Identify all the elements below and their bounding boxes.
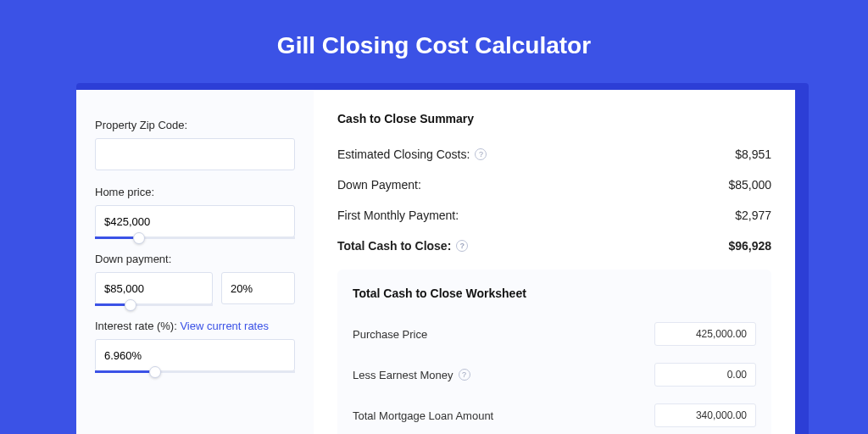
help-icon[interactable]: ?	[456, 240, 468, 252]
down-payment-amount-wrap	[95, 272, 213, 304]
calculator-card: Property Zip Code: Home price: Down paym…	[76, 90, 795, 434]
help-icon[interactable]: ?	[475, 148, 487, 160]
down-payment-slider-thumb[interactable]	[125, 299, 136, 311]
field-home-price: Home price:	[95, 186, 295, 237]
summary-value-total: $96,928	[728, 239, 771, 253]
worksheet-card: Total Cash to Close Worksheet Purchase P…	[337, 270, 771, 434]
home-price-slider-wrap	[95, 205, 295, 237]
summary-row-total: Total Cash to Close: ? $96,928	[337, 231, 771, 261]
interest-input[interactable]	[95, 339, 295, 371]
summary-label-down-payment: Down Payment:	[337, 178, 421, 192]
down-payment-amount-input[interactable]	[95, 272, 213, 304]
ws-input-earnest[interactable]	[654, 363, 756, 387]
ws-label-purchase-price: Purchase Price	[353, 328, 427, 341]
help-icon[interactable]: ?	[459, 369, 470, 381]
home-price-slider-thumb[interactable]	[133, 232, 145, 244]
interest-slider-fill	[95, 370, 155, 373]
home-price-label: Home price:	[95, 186, 295, 198]
field-down-payment: Down payment:	[95, 253, 295, 304]
interest-slider-wrap	[95, 339, 295, 371]
card-shadow: Property Zip Code: Home price: Down paym…	[76, 83, 809, 434]
field-zip: Property Zip Code:	[95, 119, 295, 170]
summary-label-total: Total Cash to Close:	[337, 239, 451, 253]
field-interest: Interest rate (%): View current rates	[95, 320, 295, 371]
input-panel: Property Zip Code: Home price: Down paym…	[76, 90, 314, 434]
ws-input-loan-amount[interactable]	[654, 403, 756, 427]
summary-value-down-payment: $85,000	[728, 178, 771, 192]
down-payment-pct-input[interactable]	[221, 272, 295, 304]
summary-value-closing-costs: $8,951	[735, 147, 771, 161]
summary-row-first-monthly: First Monthly Payment: $2,977	[337, 200, 771, 231]
ws-row-loan-amount: Total Mortgage Loan Amount	[353, 395, 756, 434]
summary-label-closing-costs: Estimated Closing Costs:	[337, 147, 470, 161]
worksheet-title: Total Cash to Close Worksheet	[353, 287, 756, 300]
ws-input-purchase-price[interactable]	[654, 322, 756, 346]
summary-row-down-payment: Down Payment: $85,000	[337, 170, 771, 200]
interest-label-row: Interest rate (%): View current rates	[95, 320, 295, 332]
interest-slider-thumb[interactable]	[149, 366, 161, 378]
summary-row-closing-costs: Estimated Closing Costs: ? $8,951	[337, 139, 771, 170]
ws-label-loan-amount: Total Mortgage Loan Amount	[353, 409, 493, 422]
summary-panel: Cash to Close Summary Estimated Closing …	[314, 90, 795, 434]
page-title: Gill Closing Cost Calculator	[0, 0, 868, 83]
home-price-input[interactable]	[95, 205, 295, 237]
summary-label-first-monthly: First Monthly Payment:	[337, 209, 459, 222]
summary-title: Cash to Close Summary	[337, 112, 771, 125]
ws-row-earnest: Less Earnest Money ?	[353, 354, 756, 395]
down-payment-label: Down payment:	[95, 253, 295, 265]
ws-label-earnest: Less Earnest Money	[353, 369, 453, 381]
zip-label: Property Zip Code:	[95, 119, 295, 131]
interest-label: Interest rate (%):	[95, 320, 177, 332]
ws-row-purchase-price: Purchase Price	[353, 314, 756, 354]
zip-input[interactable]	[95, 138, 295, 170]
view-rates-link[interactable]: View current rates	[180, 320, 269, 332]
summary-value-first-monthly: $2,977	[735, 209, 771, 222]
